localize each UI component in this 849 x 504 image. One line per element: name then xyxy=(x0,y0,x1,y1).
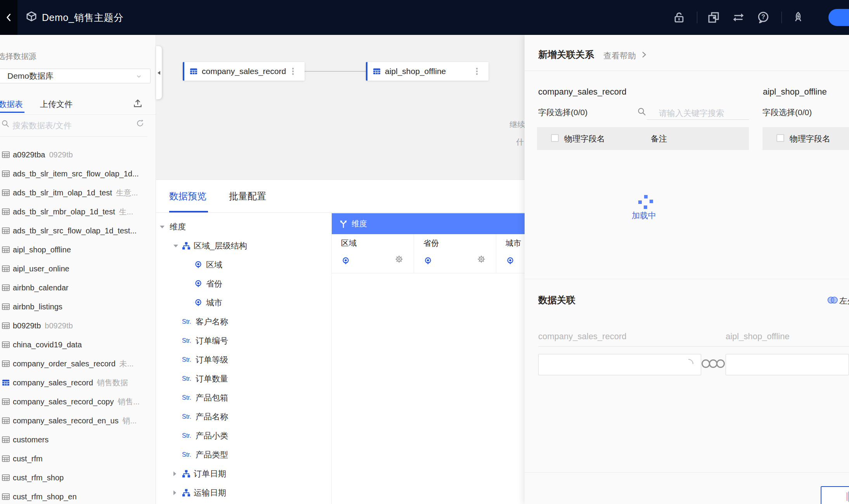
table-list-item[interactable]: aipl_shop_offline xyxy=(0,240,156,259)
table-list-item[interactable]: company_order_sales_record未... xyxy=(0,354,156,373)
tree-item-str[interactable]: Str.产品类型 xyxy=(156,445,331,464)
swap-icon[interactable] xyxy=(732,11,745,24)
table-list-item[interactable]: aipl_user_online xyxy=(0,259,156,278)
tree-item-group[interactable]: 维度 xyxy=(156,217,331,236)
table-name: ads_tb_slr_mbr_olap_1d_test xyxy=(13,207,115,216)
tab-data-preview[interactable]: 数据预览 xyxy=(169,190,206,202)
table-icon xyxy=(2,284,10,292)
field-table-header-right: 物理字段名 xyxy=(762,127,849,150)
loading-text: 加载中 xyxy=(632,210,656,221)
string-type-badge: Str. xyxy=(182,413,191,420)
select-all-checkbox[interactable] xyxy=(551,134,559,142)
tree-item-str[interactable]: Str.订单编号 xyxy=(156,331,331,350)
tree-label: 省份 xyxy=(206,278,222,289)
tree-item-str[interactable]: Str.订单等级 xyxy=(156,350,331,369)
column-title: 区域 xyxy=(341,238,357,249)
table-icon xyxy=(2,474,10,482)
tree-item-hierarchy[interactable]: 订单日期 xyxy=(156,464,331,483)
col-physical-field: 物理字段名 xyxy=(564,127,605,150)
table-name: company_sales_record_copy xyxy=(13,397,114,406)
caret-right-icon[interactable] xyxy=(173,471,176,476)
node-title: company_sales_record xyxy=(202,67,286,76)
table-list-item[interactable]: airbnb_calendar xyxy=(0,278,156,297)
table-list-item[interactable]: company_sales_record销售数据 xyxy=(0,373,156,392)
refresh-icon[interactable] xyxy=(136,119,145,128)
join-type-venn-icon[interactable] xyxy=(827,296,838,304)
sidebar-divider xyxy=(0,114,156,115)
left-table-name: company_sales_record xyxy=(538,87,626,97)
table-list-item[interactable]: customers xyxy=(0,430,156,449)
table-name: customers xyxy=(13,435,49,444)
field-search-input[interactable]: 请输入关键字搜索 xyxy=(659,108,724,119)
help-icon[interactable]: ? xyxy=(757,11,770,24)
string-type-badge: Str. xyxy=(182,356,191,363)
table-list-item[interactable]: a0929tba0929tb xyxy=(0,145,156,164)
table-list-item[interactable]: china_covid19_data xyxy=(0,335,156,354)
tree-label: 区域_层级结构 xyxy=(194,240,247,251)
tree-label: 维度 xyxy=(170,221,186,232)
tree-item-str[interactable]: Str.产品名称 xyxy=(156,407,331,426)
footer-divider xyxy=(525,472,849,473)
tree-item-str[interactable]: Str.产品小类 xyxy=(156,426,331,445)
table-list-item[interactable]: company_sales_record_en_us销... xyxy=(0,411,156,430)
tree-item-geo[interactable]: 城市 xyxy=(156,293,331,312)
join-field-select-left[interactable] xyxy=(538,354,701,375)
table-list-item[interactable]: company_sales_record_copy销售... xyxy=(0,392,156,411)
table-list-item[interactable]: cust_rfm_shop_en xyxy=(0,487,156,504)
tab-batch-config[interactable]: 批量配置 xyxy=(229,190,266,202)
select-all-checkbox[interactable] xyxy=(776,134,784,142)
back-button[interactable] xyxy=(0,0,17,35)
preview-panel: 数据预览 批量配置 维度区域_层级结构区域省份城市Str.客户名称Str.订单编… xyxy=(156,180,525,504)
tree-item-geo[interactable]: 区域 xyxy=(156,255,331,274)
canvas-node-aipl-shop-offline[interactable]: aipl_shop_offline xyxy=(366,62,489,81)
datasource-select[interactable]: Demo数据库 xyxy=(0,69,151,83)
tree-label: 产品小类 xyxy=(196,430,228,441)
tab-active-underline xyxy=(0,112,24,113)
column-title: 省份 xyxy=(423,238,439,249)
help-link[interactable]: 查看帮助 xyxy=(603,50,636,61)
table-list-item[interactable]: airbnb_listings xyxy=(0,297,156,316)
caret-down-icon[interactable] xyxy=(173,245,178,247)
sidebar-collapse-handle[interactable] xyxy=(156,46,162,99)
tree-item-geo[interactable]: 省份 xyxy=(156,274,331,293)
table-list-item[interactable]: ads_tb_slr_src_flow_olap_1d_test... xyxy=(0,221,156,240)
tab-upload-file[interactable]: 上传文件 xyxy=(40,99,73,110)
table-list-item[interactable]: ads_tb_slr_item_src_flow_olap_1d... xyxy=(0,164,156,183)
table-list-item[interactable]: ads_tb_slr_mbr_olap_1d_test生... xyxy=(0,202,156,221)
confirm-button[interactable] xyxy=(821,486,849,504)
table-note: 销售数据 xyxy=(97,378,128,388)
caret-right-icon[interactable] xyxy=(173,490,176,495)
table-icon xyxy=(2,398,10,406)
table-icon xyxy=(2,379,10,387)
tree-item-str[interactable]: Str.产品包箱 xyxy=(156,388,331,407)
tree-item-str[interactable]: Str.订单数量 xyxy=(156,369,331,388)
tree-item-hierarchy[interactable]: 运输日期 xyxy=(156,483,331,502)
gear-icon[interactable] xyxy=(477,255,486,264)
table-list-item[interactable]: cust_rfm xyxy=(0,449,156,468)
tree-item-str[interactable]: Str.客户名称 xyxy=(156,312,331,331)
join-field-select-right[interactable] xyxy=(726,354,849,375)
tab-data-tables[interactable]: 数据表 xyxy=(0,99,23,110)
node-menu-icon[interactable] xyxy=(292,68,294,75)
tree-item-hierarchy[interactable]: 区域_层级结构 xyxy=(156,236,331,255)
rocket-icon[interactable] xyxy=(792,11,805,24)
col-physical-field: 物理字段名 xyxy=(790,127,830,150)
table-list-item[interactable]: b0929tbb0929tb xyxy=(0,316,156,335)
canvas-node-company-sales-record[interactable]: company_sales_record xyxy=(183,62,305,81)
caret-down-icon[interactable] xyxy=(160,226,165,228)
join-type-label[interactable]: 左外 xyxy=(839,295,849,306)
upload-icon[interactable] xyxy=(133,98,143,109)
tree-label: 城市 xyxy=(206,297,222,308)
duplicate-icon[interactable] xyxy=(707,11,720,24)
gear-icon[interactable] xyxy=(395,255,404,264)
primary-action-button[interactable] xyxy=(828,9,849,26)
table-note: b0929tb xyxy=(45,321,73,330)
lock-open-icon[interactable] xyxy=(672,11,686,24)
table-list-item[interactable]: ads_tb_slr_itm_olap_1d_test生意... xyxy=(0,183,156,202)
search-input[interactable]: 搜索数据表/文件 xyxy=(12,116,72,135)
loading-spinner xyxy=(638,195,651,209)
hierarchy-icon xyxy=(182,469,191,478)
table-list-item[interactable]: cust_rfm_shop xyxy=(0,468,156,487)
node-menu-icon[interactable] xyxy=(476,68,478,75)
table-icon xyxy=(2,189,10,197)
